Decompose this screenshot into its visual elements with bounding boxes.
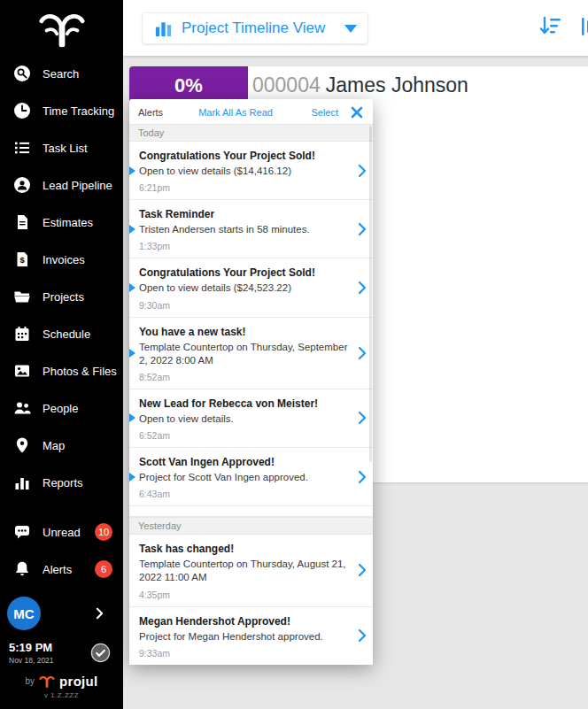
profile-row: MC [0,591,123,636]
sort-descending-button[interactable] [538,15,563,38]
projects-folder-icon [13,288,31,305]
check-circle-icon[interactable] [90,643,111,663]
alert-body: Tristen Andersen starts in 58 minutes. [139,223,350,236]
sidebar-item-label: Search [43,67,79,81]
chevron-right-icon [358,563,367,577]
alert-list-item[interactable]: Task has changed! Template Countertop on… [129,535,373,606]
chevron-right-icon [358,164,367,178]
select-link[interactable]: Select [311,107,338,118]
app-version-label: v 1.Z.ZZZ [0,691,123,699]
alert-body: Project for Scott Van Ingen approved. [139,471,350,484]
expand-sidebar-chevron-icon[interactable] [96,607,104,620]
alert-time: 6:52am [139,430,350,441]
sidebar-item-people[interactable]: People [0,389,123,427]
brand-name-label: projul [59,674,97,689]
avatar[interactable]: MC [7,597,41,630]
alerts-popup-header: Alerts Mark All As Read Select [129,99,373,124]
alert-body: Project for Megan Hendershot approved. [139,630,350,643]
map-pin-icon [13,436,31,454]
sidebar-item-time-tracking[interactable]: Time Tracking [0,92,123,129]
alert-list-item[interactable]: Megan Hendershot Approved! Project for M… [129,607,373,665]
chat-bubble-icon [13,523,31,541]
chevron-right-icon [358,411,367,425]
alert-body: Open to view details ($24,523.22) [139,281,350,295]
sidebar-item-schedule[interactable]: Schedule [0,315,123,352]
photos-icon [13,362,31,380]
alert-list-item[interactable]: Task Reminder Tristen Andersen starts in… [129,200,373,258]
chevron-right-icon [358,470,367,484]
view-selector-dropdown[interactable]: Project Timeline View [142,12,368,44]
alert-time: 8:52am [139,372,350,382]
sidebar-item-label: Projects [43,290,84,304]
alert-list-item[interactable]: Congratulations Your Project Sold! Open … [129,258,373,317]
schedule-calendar-icon [13,325,31,343]
sidebar-item-label: Photos & Files [43,365,117,378]
brand-row: by projul [0,674,123,689]
unread-marker-icon [129,166,135,175]
alert-title: Scott Van Ingen Approved! [139,456,350,468]
alert-title: Task has changed! [139,543,350,555]
bell-icon [13,560,31,578]
alert-time: 9:33am [139,648,350,659]
sidebar-item-reports[interactable]: Reports [0,464,123,501]
alert-body: Template Countertop on Thursday, Septemb… [139,341,350,367]
invoices-icon: $ [13,250,31,268]
unread-marker-icon [129,413,135,422]
alert-body: Open to view details. [139,412,350,426]
alert-title: Task Reminder [139,208,350,220]
clipped-toolbar-button[interactable] [578,15,588,38]
sidebar-item-alerts[interactable]: Alerts 6 [0,551,123,588]
svg-text:$: $ [20,255,26,265]
clock-row: 5:19 PM Nov 18, 2021 [0,636,123,665]
estimates-icon [13,213,31,231]
alert-title: Congratulations Your Project Sold! [139,266,350,279]
alert-list-item[interactable]: New Lead for Rebecca von Meister! Open t… [129,389,373,448]
projul-horns-logo-small-icon [38,675,56,688]
alerts-section-today: Today [129,124,373,142]
alerts-popup-title: Alerts [138,107,163,118]
mark-all-as-read-link[interactable]: Mark All As Read [198,107,273,118]
sidebar-item-label: Map [43,439,65,452]
sidebar-item-photos-files[interactable]: Photos & Files [0,352,123,389]
clock-icon [13,102,31,119]
sidebar-item-label: Task List [43,142,88,155]
sidebar-item-task-list[interactable]: Task List [0,129,123,166]
alert-list-item[interactable]: Scott Van Ingen Approved! Project for Sc… [129,448,373,506]
project-number: 000004 [252,73,321,96]
sidebar-item-lead-pipeline[interactable]: Lead Pipeline [0,166,123,204]
alerts-count-badge: 6 [95,560,112,578]
sidebar-item-projects[interactable]: Projects [0,278,123,315]
timeline-chart-icon [153,19,174,39]
sidebar-item-label: Schedule [43,328,90,341]
sidebar-item-invoices[interactable]: $ Invoices [0,241,123,278]
sidebar-item-label: People [43,402,78,415]
unread-marker-icon [129,473,135,482]
sidebar-item-unread[interactable]: Unread 10 [0,513,123,551]
alert-time: 6:21pm [139,182,350,193]
alert-time: 9:30am [139,300,350,311]
popup-scrollbar[interactable] [369,126,372,462]
alert-list-item[interactable]: You have a new task! Template Countertop… [129,318,373,389]
chevron-right-icon [358,222,367,236]
alert-body: Open to view details ($14,416.12) [139,165,350,178]
main-content: Project Timeline View 0% project progres… [123,0,588,709]
sidebar: Search Time Tracking Task List Lead Pipe… [0,0,123,709]
sidebar-item-search[interactable]: Search [0,55,123,92]
alert-list-item[interactable]: Congratulations Your Project Sold! Open … [129,142,373,200]
close-icon[interactable] [350,105,364,119]
search-icon [13,65,31,82]
brand-by-label: by [25,676,35,686]
alert-title: Megan Hendershot Approved! [139,615,350,628]
alert-title: New Lead for Rebecca von Meister! [139,397,350,410]
view-selector-label: Project Timeline View [182,19,325,37]
sidebar-item-estimates[interactable]: Estimates [0,204,123,241]
unread-count-badge: 10 [95,523,112,541]
sidebar-item-label: Lead Pipeline [43,179,112,192]
topbar: Project Timeline View [123,0,588,56]
project-title: 000004James Johnson [252,73,468,97]
alert-body: Template Countertop on Thursday, August … [139,558,350,584]
alert-time: 4:35pm [139,590,350,600]
chevron-right-icon [358,281,367,295]
sidebar-item-map[interactable]: Map [0,427,123,464]
sidebar-item-label: Invoices [43,253,85,266]
